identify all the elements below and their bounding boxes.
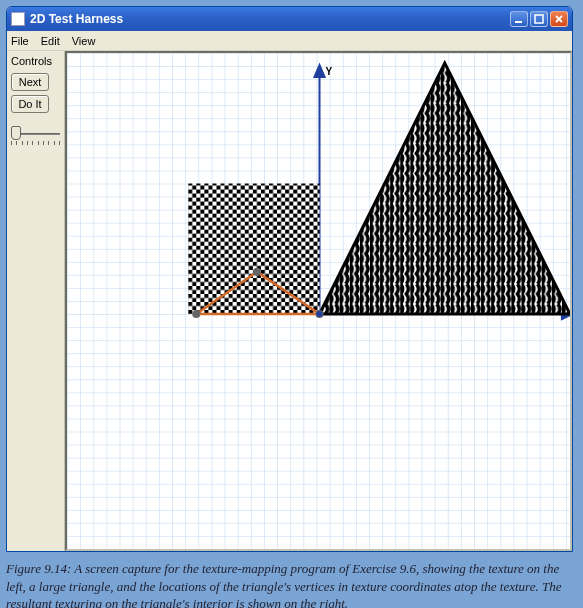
next-button[interactable]: Next [11, 73, 49, 91]
menu-view[interactable]: View [72, 35, 96, 47]
menu-edit[interactable]: Edit [41, 35, 60, 47]
controls-label: Controls [11, 55, 60, 67]
app-icon [11, 12, 25, 26]
slider-thumb[interactable] [11, 126, 21, 140]
svg-rect-0 [515, 21, 522, 23]
menu-bar: File Edit View [7, 31, 572, 51]
svg-rect-1 [535, 15, 543, 23]
close-button[interactable] [550, 11, 568, 27]
svg-point-12 [316, 311, 322, 317]
figure-caption: Figure 9.14: A screen capture for the te… [6, 560, 573, 608]
drawing-canvas[interactable]: Y X [65, 51, 572, 551]
uv-vertex [192, 310, 200, 318]
title-bar[interactable]: 2D Test Harness [7, 7, 572, 31]
texture-swatch [188, 184, 319, 315]
client-area: Controls Next Do It [7, 51, 572, 551]
menu-file[interactable]: File [11, 35, 29, 47]
y-axis-label: Y [326, 66, 333, 77]
doit-button[interactable]: Do It [11, 95, 49, 113]
sidebar: Controls Next Do It [7, 51, 65, 551]
maximize-button[interactable] [530, 11, 548, 27]
uv-vertex [253, 268, 261, 276]
app-window: 2D Test Harness File Edit View Controls [6, 6, 573, 552]
slider[interactable] [11, 123, 60, 145]
window-title: 2D Test Harness [30, 12, 510, 26]
minimize-button[interactable] [510, 11, 528, 27]
